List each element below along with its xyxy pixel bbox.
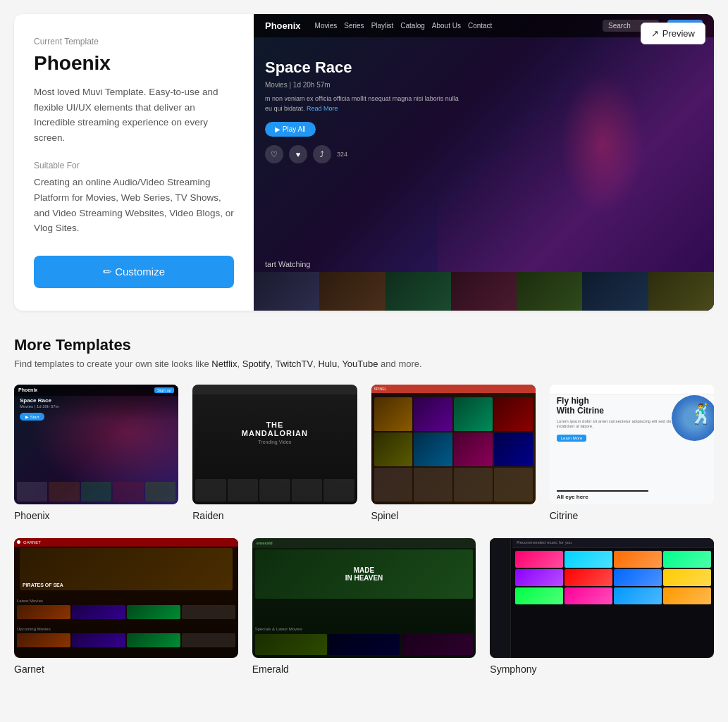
template-card-emerald[interactable]: emerald MADEIN HEAVEN Specials & Latest … bbox=[252, 538, 476, 675]
current-template-card: Current Template Phoenix Most loved Muvi… bbox=[14, 14, 714, 311]
template-name-spinel: Spinel bbox=[371, 510, 536, 521]
customize-button[interactable]: ✏ Customize bbox=[34, 256, 234, 288]
raiden-thumb-bottom bbox=[192, 476, 357, 504]
emerald-specials-label: Specials & Latest Movies bbox=[255, 627, 474, 631]
citrine-cta: Learn More bbox=[557, 435, 587, 442]
template-thumb-citrine: Fly highWith Citrine Lorem ipsum dolor s… bbox=[550, 385, 714, 504]
emerald-thumb-nav: emerald bbox=[252, 538, 476, 548]
highlight-youtube: YouTube bbox=[342, 359, 378, 369]
highlight-hulu: Hulu bbox=[318, 359, 337, 369]
thumb-item-3 bbox=[385, 272, 451, 311]
raiden-trending-label: Trending Video bbox=[234, 440, 316, 444]
highlight-twitchtv: TwitchTV bbox=[276, 359, 313, 369]
template-card-spinel[interactable]: SPINEL bbox=[371, 385, 536, 521]
emerald-logo: emerald bbox=[257, 541, 273, 545]
suitable-for-label: Suitable For bbox=[34, 161, 234, 170]
thumb-item-2 bbox=[319, 272, 385, 311]
citrine-figure: 🕺 bbox=[689, 402, 714, 425]
emerald-grid bbox=[255, 634, 474, 658]
template-card-symphony[interactable]: Recommended music for you bbox=[490, 538, 714, 675]
action-count: 324 bbox=[337, 151, 347, 158]
garnet-row-label-1: Latest Movies bbox=[17, 599, 235, 603]
template-title: Phoenix bbox=[34, 52, 234, 75]
phoenix-action-bar: ♡ ♥ ⤴ 324 bbox=[265, 145, 703, 163]
thumb-item-1 bbox=[254, 272, 319, 311]
emerald-hero-title: MADEIN HEAVEN bbox=[345, 566, 383, 582]
template-thumb-raiden: THE MANDALORIAN Trending Video bbox=[192, 385, 357, 504]
phoenix-thumb-rows bbox=[14, 479, 178, 504]
templates-grid-bottom: GARNET PIRATES OF SEA Latest Movies bbox=[14, 538, 714, 675]
symphony-header: Recommended music for you bbox=[512, 538, 714, 548]
symphony-sidebar bbox=[490, 538, 511, 658]
external-link-icon: ↗ bbox=[651, 28, 659, 39]
citrine-all-eye: All eye here bbox=[557, 494, 588, 500]
template-name-symphony: Symphony bbox=[490, 664, 714, 675]
share-icon: ⤴ bbox=[313, 145, 331, 163]
more-templates-title: More Templates bbox=[14, 336, 714, 354]
template-preview-area: ↗ Preview Phoenix Movies Series Playlist… bbox=[254, 14, 714, 311]
symphony-content: Recommended music for you bbox=[512, 538, 714, 658]
citrine-line bbox=[557, 490, 648, 492]
garnet-rows: Latest Movies bbox=[14, 596, 238, 622]
like-icon: ♥ bbox=[289, 145, 307, 163]
template-name-phoenix: Phoenix bbox=[14, 510, 178, 521]
garnet-rows-2: Upcoming Movies bbox=[14, 624, 238, 650]
template-name-citrine: Citrine bbox=[550, 510, 714, 521]
thumb-item-4 bbox=[451, 272, 517, 311]
heart-icon: ♡ bbox=[265, 145, 283, 163]
suitable-for-text: Creating an online Audio/Video Streaming… bbox=[34, 175, 234, 235]
bottom-thumbnails bbox=[254, 272, 714, 311]
phoenix-hero-title: Space Race bbox=[265, 58, 703, 77]
phoenix-thumb-title: Space Race bbox=[20, 397, 51, 404]
template-thumb-symphony: Recommended music for you bbox=[490, 538, 714, 658]
template-card-citrine[interactable]: Fly highWith Citrine Lorem ipsum dolor s… bbox=[550, 385, 714, 521]
template-name-raiden: Raiden bbox=[192, 510, 357, 521]
spinel-thumb-grid bbox=[371, 394, 536, 504]
templates-grid-top: Phoenix Sign up Space Race Movies | 1d 2… bbox=[14, 385, 714, 521]
thumb-item-7 bbox=[648, 272, 714, 311]
citrine-circle-image: 🕺 bbox=[672, 395, 714, 441]
template-name-emerald: Emerald bbox=[252, 664, 476, 675]
start-watching-label: tart Watching bbox=[265, 260, 310, 268]
phoenix-nav-links: Movies Series Playlist Catalog About Us … bbox=[315, 22, 595, 30]
phoenix-hero-text: m non veniam ex officia officia mollit n… bbox=[265, 94, 462, 113]
template-thumb-spinel: SPINEL bbox=[371, 385, 536, 504]
raiden-thumb-nav bbox=[192, 385, 357, 394]
spinel-thumb-nav: SPINEL bbox=[371, 385, 536, 393]
page-wrapper: Current Template Phoenix Most loved Muvi… bbox=[0, 0, 728, 689]
emerald-hero: MADEIN HEAVEN bbox=[255, 549, 474, 599]
preview-button[interactable]: ↗ Preview bbox=[641, 23, 705, 44]
template-thumb-emerald: emerald MADEIN HEAVEN Specials & Latest … bbox=[252, 538, 476, 658]
subtitle-end: and more. bbox=[381, 359, 422, 369]
garnet-hero: PIRATES OF SEA bbox=[20, 548, 233, 590]
template-thumb-garnet: GARNET PIRATES OF SEA Latest Movies bbox=[14, 538, 238, 658]
phoenix-hero: Space Race Movies | 1d 20h 57m m non ven… bbox=[254, 37, 714, 175]
template-name-garnet: Garnet bbox=[14, 664, 238, 675]
more-templates-section: More Templates Find templates to create … bbox=[14, 336, 714, 675]
phoenix-play-button: ▶ Play All bbox=[265, 122, 316, 137]
symphony-grid bbox=[512, 548, 714, 607]
template-thumb-phoenix: Phoenix Sign up Space Race Movies | 1d 2… bbox=[14, 385, 178, 504]
template-info-panel: Current Template Phoenix Most loved Muvi… bbox=[14, 14, 254, 311]
phoenix-thumb-nav: Phoenix Sign up bbox=[14, 385, 178, 396]
highlight-netflix: Netflix bbox=[211, 359, 237, 369]
phoenix-logo: Phoenix bbox=[265, 20, 301, 31]
more-templates-subtitle: Find templates to create your own site l… bbox=[14, 359, 714, 369]
citrine-thumb-nav bbox=[550, 385, 714, 394]
template-description: Most loved Muvi Template. Easy-to-use an… bbox=[34, 85, 234, 145]
template-card-phoenix[interactable]: Phoenix Sign up Space Race Movies | 1d 2… bbox=[14, 385, 178, 521]
phoenix-mockup: Phoenix Movies Series Playlist Catalog A… bbox=[254, 14, 714, 311]
phoenix-hero-sub: Movies | 1d 20h 57m bbox=[265, 81, 703, 89]
raiden-thumb-title: THE MANDALORIAN bbox=[234, 421, 316, 437]
garnet-row-label-2: Upcoming Movies bbox=[17, 627, 235, 631]
template-card-garnet[interactable]: GARNET PIRATES OF SEA Latest Movies bbox=[14, 538, 238, 675]
highlight-spotify: Spotify bbox=[242, 359, 271, 369]
template-card-raiden[interactable]: THE MANDALORIAN Trending Video Raiden bbox=[192, 385, 357, 521]
thumb-item-5 bbox=[517, 272, 582, 311]
current-template-label: Current Template bbox=[34, 37, 234, 46]
garnet-hero-title: PIRATES OF SEA bbox=[23, 583, 63, 587]
garnet-thumb-nav: GARNET bbox=[14, 538, 238, 547]
thumb-item-6 bbox=[582, 272, 648, 311]
